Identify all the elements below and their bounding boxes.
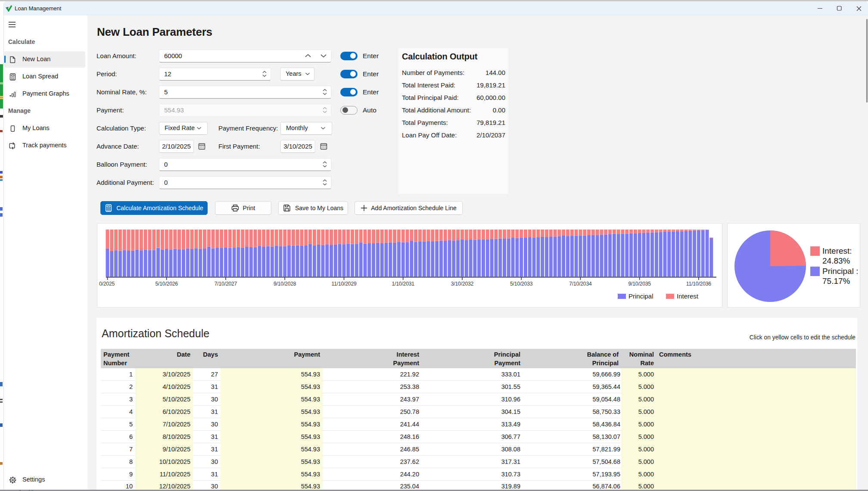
svg-text:9/10/2035: 9/10/2035: [628, 281, 651, 287]
svg-text:24.83%: 24.83%: [822, 256, 850, 265]
svg-text:1/10/2031: 1/10/2031: [392, 281, 414, 287]
svg-text:9/10/2028: 9/10/2028: [274, 281, 296, 287]
svg-text:11/10/2029: 11/10/2029: [331, 281, 357, 287]
svg-text:3/10/2032: 3/10/2032: [451, 281, 474, 287]
svg-text:5/10/2033: 5/10/2033: [510, 281, 533, 287]
svg-text:Principal: Principal: [628, 292, 653, 300]
svg-text:Interest:: Interest:: [822, 246, 852, 255]
svg-text:5/10/2026: 5/10/2026: [155, 281, 178, 287]
svg-text:7/10/2034: 7/10/2034: [569, 281, 592, 287]
svg-text:11/10/2036: 11/10/2036: [686, 281, 712, 287]
svg-text:Interest: Interest: [677, 292, 699, 300]
svg-text:75.17%: 75.17%: [822, 277, 850, 286]
svg-text:Principal :: Principal :: [822, 267, 858, 276]
svg-text:0/2025: 0/2025: [99, 281, 115, 287]
svg-text:7/10/2027: 7/10/2027: [215, 281, 237, 287]
